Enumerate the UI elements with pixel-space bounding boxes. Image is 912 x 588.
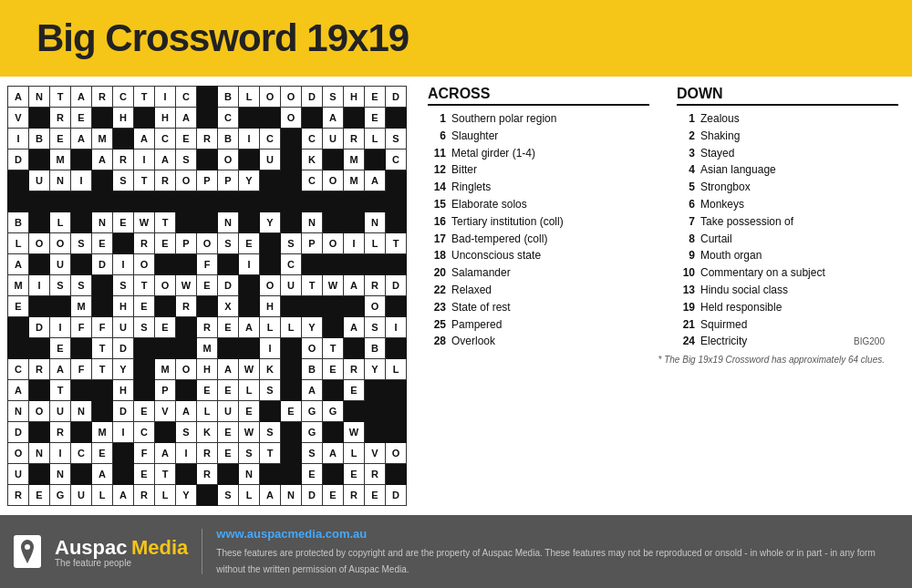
grid-cell: M xyxy=(71,296,92,317)
grid-cell: W xyxy=(323,275,344,296)
grid-cell: M xyxy=(197,338,218,359)
grid-cell: S xyxy=(218,233,239,254)
grid-cell: U xyxy=(8,464,29,485)
grid-cell: I xyxy=(50,443,71,464)
grid-cell: A xyxy=(239,317,260,338)
logo-box: Auspac Media The feature people xyxy=(55,536,188,568)
grid-cell: Y xyxy=(260,212,281,233)
grid-cell: N xyxy=(29,87,50,108)
grid-cell: B xyxy=(8,212,29,233)
footer-note: * The Big 19x19 Crossword has approximat… xyxy=(428,351,898,366)
grid-cell: T xyxy=(155,464,176,485)
grid-cell xyxy=(323,212,344,233)
grid-cell: E xyxy=(176,129,197,150)
grid-cell xyxy=(197,296,218,317)
grid-cell: O xyxy=(260,87,281,108)
clue-number: 5 xyxy=(677,180,695,195)
clue-text: Elaborate solos xyxy=(451,197,527,212)
grid-cell xyxy=(281,359,302,380)
grid-cell xyxy=(344,296,365,317)
down-clue-item: 5Strongbox xyxy=(677,180,898,195)
grid-cell: A xyxy=(323,108,344,129)
grid-cell: E xyxy=(71,108,92,129)
grid-cell xyxy=(344,338,365,359)
grid-cell xyxy=(260,464,281,485)
grid-cell: O xyxy=(8,443,29,464)
grid-cell xyxy=(260,191,281,212)
grid-cell: N xyxy=(281,485,302,506)
grid-cell: E xyxy=(365,485,386,506)
grid-cell: N xyxy=(365,212,386,233)
grid-cell: V xyxy=(8,108,29,129)
clue-number: 1 xyxy=(677,111,695,127)
grid-cell: Y xyxy=(113,359,134,380)
grid-cell xyxy=(281,422,302,443)
clue-number: 11 xyxy=(428,146,446,161)
grid-cell: R xyxy=(197,129,218,150)
clue-number: 4 xyxy=(677,162,695,178)
grid-cell xyxy=(71,380,92,401)
grid-cell: N xyxy=(92,212,113,233)
grid-cell: S xyxy=(71,275,92,296)
clue-text: Relaxed xyxy=(451,283,492,298)
grid-cell: N xyxy=(50,464,71,485)
grid-cell xyxy=(281,464,302,485)
clue-number: 22 xyxy=(428,283,446,298)
grid-cell xyxy=(281,338,302,359)
grid-cell: A xyxy=(155,443,176,464)
clues-area: ACROSS 1Southern polar region6Slaughter1… xyxy=(414,77,912,515)
grid-cell xyxy=(281,129,302,150)
down-clue-item: 9Mouth organ xyxy=(677,248,898,263)
down-clue-item: 21Squirmed xyxy=(677,317,898,333)
grid-cell xyxy=(29,338,50,359)
grid-cell xyxy=(344,191,365,212)
grid-cell xyxy=(323,191,344,212)
grid-cell xyxy=(386,254,407,275)
across-clue-item: 11Metal girder (1-4) xyxy=(428,146,649,161)
clue-number: 28 xyxy=(428,334,446,349)
grid-cell: F xyxy=(92,317,113,338)
grid-cell xyxy=(134,191,155,212)
grid-cell: I xyxy=(50,317,71,338)
grid-cell xyxy=(239,150,260,170)
grid-cell xyxy=(8,317,29,338)
grid-cell: E xyxy=(50,129,71,150)
grid-cell: R xyxy=(344,359,365,380)
grid-cell: O xyxy=(323,170,344,191)
grid-cell xyxy=(71,254,92,275)
grid-cell: B xyxy=(365,338,386,359)
page-title: Big Crossword 19x19 xyxy=(36,16,409,60)
grid-cell: S xyxy=(260,380,281,401)
grid-cell xyxy=(197,485,218,506)
grid-cell: I xyxy=(29,275,50,296)
grid-cell: E xyxy=(218,317,239,338)
grid-cell: T xyxy=(92,359,113,380)
grid-cell: L xyxy=(239,380,260,401)
grid-cell: A xyxy=(92,464,113,485)
grid-cell: L xyxy=(386,359,407,380)
grid-cell: D xyxy=(29,317,50,338)
grid-cell: I xyxy=(344,233,365,254)
grid-cell: K xyxy=(197,422,218,443)
grid-cell: I xyxy=(113,254,134,275)
clue-text: Metal girder (1-4) xyxy=(451,146,535,161)
grid-cell xyxy=(8,191,29,212)
grid-cell: W xyxy=(134,212,155,233)
grid-cell: C xyxy=(302,129,323,150)
grid-cell: L xyxy=(8,233,29,254)
grid-cell: S xyxy=(176,150,197,170)
grid-cell xyxy=(323,422,344,443)
grid-cell: O xyxy=(29,401,50,422)
grid-cell: O xyxy=(50,233,71,254)
grid-cell xyxy=(386,170,407,191)
grid-cell: B xyxy=(302,359,323,380)
grid-cell: N xyxy=(29,443,50,464)
grid-cell xyxy=(176,254,197,275)
down-clues-col: DOWN 1Zealous2Shaking3Stayed4Asian langu… xyxy=(677,86,898,351)
down-clue-item: 2Shaking xyxy=(677,129,898,144)
grid-cell: S xyxy=(50,275,71,296)
grid-cell: A xyxy=(8,87,29,108)
grid-cell xyxy=(281,443,302,464)
footer-url[interactable]: www.auspacmedia.com.au xyxy=(216,527,898,541)
grid-cell: I xyxy=(155,87,176,108)
